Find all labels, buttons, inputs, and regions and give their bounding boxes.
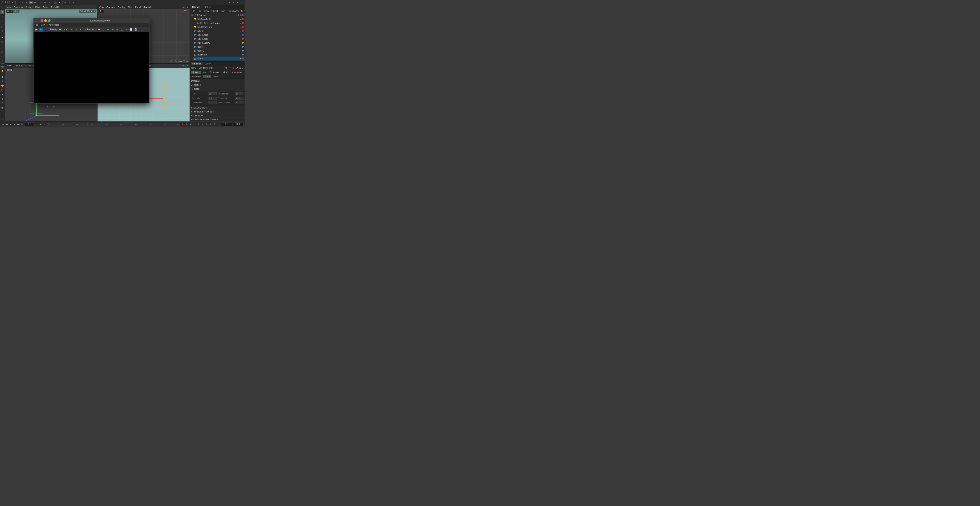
- rsrv-grid-icon[interactable]: ⊞: [69, 28, 73, 32]
- current-frame-display[interactable]: 0 F: [25, 123, 34, 126]
- tl-play2-icon[interactable]: ▷: [193, 123, 196, 126]
- rsrv-menu-view[interactable]: View: [41, 24, 45, 26]
- obj-backdrop[interactable]: ◻ Backdrop ✓: [192, 53, 245, 57]
- lt-rs2-icon[interactable]: ⊞: [0, 92, 5, 96]
- obj-glass[interactable]: ◻ glass ✓: [192, 45, 245, 49]
- rsrv-compare-icon[interactable]: ⊞: [111, 28, 115, 32]
- sub-tab-animation[interactable]: Animation: [231, 70, 243, 74]
- section-time[interactable]: ▼ TIME: [190, 87, 245, 91]
- rsrv-crop-icon[interactable]: ⊡: [74, 28, 78, 32]
- lt-scale-icon[interactable]: ⤡: [0, 19, 5, 23]
- vp1-menu-filter[interactable]: Filter: [35, 6, 41, 9]
- sub-tab-bullet[interactable]: Bullet: [244, 70, 245, 74]
- section-execution[interactable]: ▶ EXECUTION: [190, 106, 245, 110]
- sub-tab-info[interactable]: Info: [201, 70, 208, 74]
- tb-undo-icon[interactable]: ↩: [72, 1, 75, 4]
- time-max-value[interactable]: 90 F: [235, 97, 243, 100]
- transport-prev-key-button[interactable]: ◀◀: [5, 123, 8, 126]
- pm-bookmarks[interactable]: Bookmarks: [227, 10, 239, 13]
- vp1-menu-panel[interactable]: Panel: [42, 6, 49, 9]
- project-time-value[interactable]: 0 F: [235, 92, 243, 95]
- tb-r1-icon[interactable]: ⊞: [228, 1, 231, 4]
- pm-view[interactable]: View: [204, 10, 210, 13]
- attrs-expand-icon[interactable]: ⤢: [242, 67, 244, 69]
- attrs-filter-icon[interactable]: ▼: [229, 67, 231, 69]
- section-asset-browser[interactable]: ▶ ASSET BROWSER: [190, 110, 245, 114]
- preview-max-value[interactable]: 90 F: [235, 101, 243, 104]
- obj-rs-area-light[interactable]: 💡 RS Area Light ✓: [192, 17, 245, 21]
- attrs-search-icon[interactable]: 🔍: [225, 67, 228, 69]
- lt-move-icon[interactable]: ✛: [0, 10, 5, 14]
- rsrv-folder-icon[interactable]: 📁: [34, 28, 38, 32]
- lt-point-icon[interactable]: •: [0, 44, 5, 48]
- vp2-menu-redshift[interactable]: Redshift: [143, 6, 152, 9]
- tb-camera-icon[interactable]: 📷: [54, 1, 57, 4]
- tb-play-icon[interactable]: ▷: [17, 1, 20, 4]
- tl-audio-icon[interactable]: ♪: [43, 123, 46, 126]
- vp3-menu-view[interactable]: View: [6, 64, 12, 67]
- obj-object-pink[interactable]: ◻ object.pink ✓: [192, 37, 245, 41]
- lt-rs-icon[interactable]: ⬡: [0, 88, 5, 92]
- rsrv-minimize-button[interactable]: [44, 19, 47, 22]
- tl-mode-2-icon[interactable]: ▣: [38, 123, 42, 126]
- lt-color-icon[interactable]: 🎨: [0, 83, 5, 88]
- redshift-render-view[interactable]: ☰ Redshift RenderView File View Preferen…: [33, 18, 150, 104]
- rsrv-maximize-button[interactable]: [48, 19, 51, 22]
- tb-transform-icon[interactable]: ⊕: [11, 1, 14, 4]
- rsrv-menu-file[interactable]: File: [35, 24, 38, 26]
- vp3-menu-display[interactable]: Display: [25, 64, 33, 67]
- rsrv-render-select[interactable]: < Render >: [83, 28, 101, 31]
- obj-object-yellow[interactable]: ◻ object.yellow ✓: [192, 41, 245, 45]
- lt-timeline-icon[interactable]: ▦: [0, 105, 5, 109]
- tb-rotate-icon[interactable]: ↺: [43, 1, 47, 4]
- tb-layout-icon[interactable]: ⊟: [64, 1, 67, 4]
- tl-autokey-icon[interactable]: A: [185, 123, 188, 126]
- section-display[interactable]: ▶ DISPLAY: [190, 114, 245, 118]
- lt-light-icon[interactable]: 💡: [0, 69, 5, 73]
- lt-extra-icon[interactable]: ⊛: [0, 79, 5, 83]
- project-scroll-area[interactable]: ▶ SCALE ▼ TIME FPS 30 Project Ti: [190, 83, 245, 122]
- tb-r2-icon[interactable]: ⊡: [232, 1, 235, 4]
- rsrv-close-button[interactable]: [41, 19, 43, 22]
- tb-grid-icon[interactable]: ⊞: [25, 1, 29, 4]
- tl-snap-icon[interactable]: ⊛: [205, 123, 208, 126]
- vp2-menu-panel[interactable]: Panel: [135, 6, 142, 9]
- obj-object[interactable]: ◻ object ✓: [192, 29, 245, 33]
- rsrv-hamburger-icon[interactable]: ☰: [35, 19, 38, 22]
- time-min-value[interactable]: 0 F: [208, 97, 217, 100]
- transport-prev-frame-button[interactable]: ◀: [9, 123, 12, 126]
- tb-select-icon[interactable]: ▢: [39, 1, 43, 4]
- lt-paint-icon[interactable]: 🖌: [0, 50, 5, 54]
- timeline-diamond-icon[interactable]: ◇: [0, 118, 5, 122]
- tl-loop-icon[interactable]: ⟳: [197, 123, 200, 126]
- lt-knife-icon[interactable]: ✂: [0, 54, 5, 58]
- pm-edit[interactable]: Edit: [197, 10, 202, 13]
- transport-next-frame-button[interactable]: ▶▶: [17, 123, 20, 126]
- attrs-back-icon[interactable]: ←: [222, 67, 224, 69]
- tl-expand-icon[interactable]: ⤢: [216, 123, 220, 126]
- tb-frame-icon[interactable]: ⊡: [21, 1, 24, 4]
- transport-play-button[interactable]: ▶: [13, 123, 16, 126]
- timeline-ruler[interactable]: 0 10 20 30 40 50 60 70 80 90: [47, 123, 180, 126]
- lt-edge-icon[interactable]: ⬡: [0, 40, 5, 43]
- lt-select-icon[interactable]: ▢: [0, 25, 5, 29]
- tb-scale-icon[interactable]: ⤡: [48, 1, 51, 4]
- transport-skip-end-button[interactable]: ▶|: [21, 123, 24, 126]
- rsrv-fit-icon[interactable]: ⤡: [124, 28, 129, 32]
- obj-rs-dome-light[interactable]: 💡 RS Dome Light ✓: [192, 25, 245, 29]
- vp2-menu-filter[interactable]: Filter: [127, 6, 133, 9]
- attrs-settings-icon[interactable]: ⚙: [232, 67, 234, 69]
- tl-mode-1-icon[interactable]: □: [35, 123, 38, 126]
- preview-min-value[interactable]: 0 F: [208, 101, 217, 104]
- tl-record-icon[interactable]: ⏺: [181, 123, 185, 126]
- attrs-tab-layers[interactable]: Layers: [204, 62, 213, 65]
- rsrv-save-icon[interactable]: 💾: [134, 28, 138, 32]
- rsrv-refresh-icon[interactable]: ↺: [44, 28, 48, 32]
- vp2-menu-display[interactable]: Display: [117, 6, 126, 9]
- lt-loop-icon[interactable]: ⟳: [0, 29, 5, 33]
- vp1-menu-redshift[interactable]: Redshift: [50, 6, 60, 9]
- lt-poly-icon[interactable]: ◈: [0, 35, 5, 39]
- rsrv-channels-icon[interactable]: ⊕: [106, 28, 110, 32]
- vp2-menu-cameras[interactable]: Cameras: [106, 6, 116, 9]
- tab-objects[interactable]: Objects: [190, 5, 202, 9]
